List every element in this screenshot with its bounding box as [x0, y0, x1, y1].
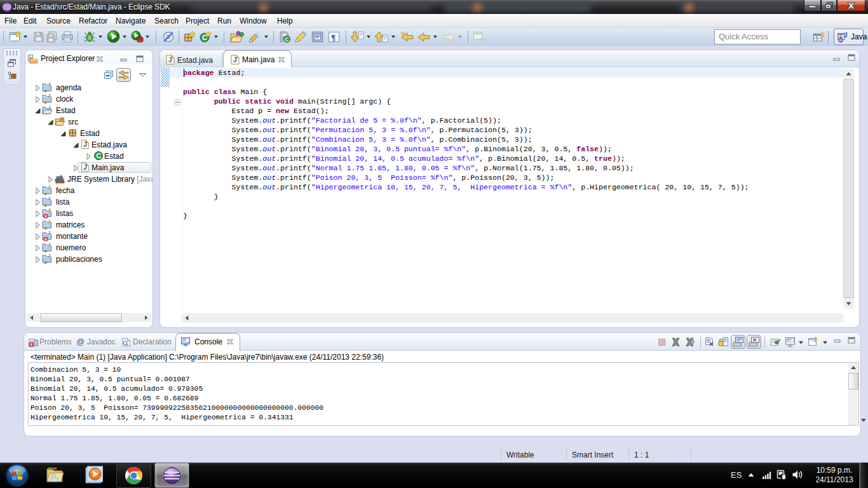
- svg-text:J: J: [233, 57, 237, 64]
- svg-text:J: J: [168, 57, 172, 64]
- svg-text:¶: ¶: [331, 32, 336, 42]
- svg-text:C: C: [285, 36, 288, 43]
- svg-text:J: J: [844, 32, 848, 39]
